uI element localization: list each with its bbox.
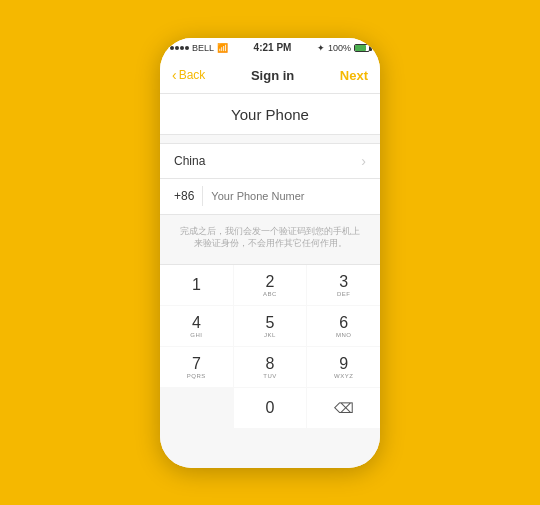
country-label: China [174,154,205,168]
next-button[interactable]: Next [340,68,368,83]
delete-button[interactable]: ⌫ [307,388,380,428]
delete-icon: ⌫ [334,400,354,416]
carrier-label: BELL [192,43,214,53]
bluetooth-icon: ✦ [317,43,325,53]
status-left: BELL 📶 [170,43,228,53]
country-row[interactable]: China › [160,143,380,179]
signal-dots [170,46,189,50]
status-bar: BELL 📶 4:21 PM ✦ 100% [160,38,380,58]
back-label: Back [179,68,206,82]
key-0[interactable]: 0 [234,388,307,428]
key-8[interactable]: 8 TUV [234,347,307,387]
page-title: Your Phone [231,106,309,123]
country-arrow-icon: › [361,153,366,169]
key-9[interactable]: 9 WXYZ [307,347,380,387]
key-5[interactable]: 5 JKL [234,306,307,346]
back-arrow-icon: ‹ [172,67,177,83]
back-button[interactable]: ‹ Back [172,67,205,83]
phone-input[interactable] [211,190,366,202]
status-time: 4:21 PM [254,42,292,53]
key-empty-left [160,388,233,428]
nav-bar: ‹ Back Sign in Next [160,58,380,94]
country-code: +86 [174,186,203,206]
phone-frame: BELL 📶 4:21 PM ✦ 100% ‹ Back Sign in Nex… [160,38,380,468]
wifi-icon: 📶 [217,43,228,53]
content-area: Your Phone China › +86 完成之后，我们会发一个验证码到您的… [160,94,380,468]
page-title-section: Your Phone [160,94,380,135]
info-text-content: 完成之后，我们会发一个验证码到您的手机上 来验证身份，不会用作其它任何作用。 [180,226,360,249]
key-4[interactable]: 4 GHI [160,306,233,346]
key-3[interactable]: 3 DEF [307,265,380,305]
key-2[interactable]: 2 ABC [234,265,307,305]
battery-label: 100% [328,43,351,53]
key-7[interactable]: 7 PQRS [160,347,233,387]
status-right: ✦ 100% [317,43,370,53]
key-6[interactable]: 6 MNO [307,306,380,346]
nav-title: Sign in [251,68,294,83]
phone-row: +86 [160,179,380,215]
info-text: 完成之后，我们会发一个验证码到您的手机上 来验证身份，不会用作其它任何作用。 [160,215,380,261]
battery-icon [354,44,370,52]
keypad: 1 2 ABC 3 DEF 4 GHI 5 JKL 6 MNO [160,264,380,428]
key-1[interactable]: 1 [160,265,233,305]
